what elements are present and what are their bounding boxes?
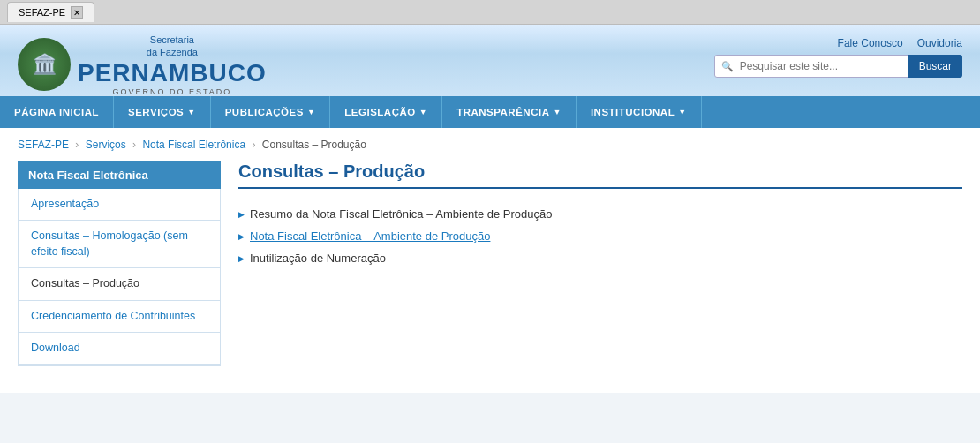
link-inutilizacao[interactable]: Inutilização de Numeração (250, 252, 386, 265)
nav-item-services[interactable]: SERVIÇOS ▼ (114, 96, 211, 128)
browser-tab[interactable]: SEFAZ-PE ✕ (7, 2, 94, 22)
search-input[interactable] (714, 55, 908, 78)
page-title: Consultas – Produção (238, 161, 962, 189)
list-item-inutilizacao: Inutilização de Numeração (238, 247, 962, 269)
list-item-nfe: Nota Fiscal Eletrônica – Ambiente de Pro… (238, 225, 962, 247)
publications-arrow-icon: ▼ (307, 108, 315, 116)
breadcrumb-services[interactable]: Serviços (86, 139, 126, 151)
sidebar-item-credenciamento[interactable]: Credenciamento de Contribuintes (19, 301, 220, 334)
breadcrumb-nfe[interactable]: Nota Fiscal Eletrônica (142, 139, 245, 151)
nav-item-publications[interactable]: PUBLICAÇÕES ▼ (211, 96, 331, 128)
link-resumo[interactable]: Resumo da Nota Fiscal Eletrônica – Ambie… (250, 207, 553, 221)
breadcrumb-sefaz[interactable]: SEFAZ-PE (18, 139, 69, 151)
site-header: 🏛️ Secretaria da Fazenda PERNAMBUCO GOVE… (0, 25, 980, 96)
sidebar-item-homologacao[interactable]: Consultas – Homologação (sem efeito fisc… (19, 221, 220, 268)
nav-item-transparency[interactable]: TRANSPARÊNCIA ▼ (442, 96, 577, 128)
content-area: Nota Fiscal Eletrônica Apresentação Cons… (0, 161, 980, 393)
sidebar-title: Nota Fiscal Eletrônica (18, 161, 221, 189)
search-area: Buscar (714, 55, 962, 78)
transparency-arrow-icon: ▼ (553, 108, 561, 116)
content-list: Resumo da Nota Fiscal Eletrônica – Ambie… (238, 203, 962, 269)
search-icon-wrap (714, 55, 908, 78)
logo-area: 🏛️ Secretaria da Fazenda PERNAMBUCO GOVE… (18, 34, 267, 96)
ouvidoria-link[interactable]: Ouvidoria (917, 37, 962, 49)
breadcrumb-sep-2: › (132, 139, 136, 151)
browser-chrome: SEFAZ-PE ✕ (0, 0, 980, 25)
main-content: Consultas – Produção Resumo da Nota Fisc… (238, 161, 962, 366)
logo-text: Secretaria da Fazenda PERNAMBUCO GOVERNO… (78, 34, 267, 96)
fale-conosco-link[interactable]: Fale Conosco (838, 37, 903, 49)
sidebar-item-producao[interactable]: Consultas – Produção (19, 268, 220, 301)
search-button[interactable]: Buscar (908, 55, 962, 78)
sidebar-menu: Apresentação Consultas – Homologação (se… (18, 189, 221, 366)
breadcrumb: SEFAZ-PE › Serviços › Nota Fiscal Eletrô… (0, 128, 980, 161)
list-item-resumo: Resumo da Nota Fiscal Eletrônica – Ambie… (238, 203, 962, 225)
state-emblem: 🏛️ (18, 38, 71, 91)
sidebar-item-apresentacao[interactable]: Apresentação (19, 189, 220, 222)
nav-item-institutional[interactable]: INSTITUCIONAL ▼ (577, 96, 702, 128)
tab-close-button[interactable]: ✕ (71, 6, 83, 19)
nav-label-legislation: LEGISLAÇÃO (344, 107, 415, 117)
nav-item-legislation[interactable]: LEGISLAÇÃO ▼ (330, 96, 442, 128)
link-nfe[interactable]: Nota Fiscal Eletrônica – Ambiente de Pro… (250, 229, 490, 243)
secretaria-label: Secretaria da Fazenda (78, 34, 267, 59)
breadcrumb-sep-3: › (252, 139, 255, 151)
nav-label-services: SERVIÇOS (128, 107, 184, 117)
sidebar-item-download[interactable]: Download (19, 333, 220, 365)
nav-label-institutional: INSTITUCIONAL (591, 107, 675, 117)
pernambuco-brand: PERNAMBUCO (78, 59, 267, 87)
tab-title: SEFAZ-PE (19, 7, 65, 18)
institutional-arrow-icon: ▼ (678, 108, 686, 116)
breadcrumb-current: Consultas – Produção (262, 139, 366, 151)
governo-label: GOVERNO DO ESTADO (78, 87, 267, 96)
services-arrow-icon: ▼ (187, 108, 195, 116)
nav-item-home[interactable]: PÁGINA INICIAL (0, 96, 114, 128)
nav-label-publications: PUBLICAÇÕES (225, 107, 304, 117)
breadcrumb-sep-1: › (75, 139, 79, 151)
nav-bar: PÁGINA INICIAL SERVIÇOS ▼ PUBLICAÇÕES ▼ … (0, 96, 980, 128)
header-links: Fale Conosco Ouvidoria (838, 37, 962, 49)
page-wrapper: 🏛️ Secretaria da Fazenda PERNAMBUCO GOVE… (0, 25, 980, 393)
nav-label-home: PÁGINA INICIAL (14, 107, 99, 117)
nav-label-transparency: TRANSPARÊNCIA (456, 107, 549, 117)
sidebar: Nota Fiscal Eletrônica Apresentação Cons… (18, 161, 221, 366)
header-right: Fale Conosco Ouvidoria Buscar (714, 34, 962, 78)
legislation-arrow-icon: ▼ (419, 108, 427, 116)
